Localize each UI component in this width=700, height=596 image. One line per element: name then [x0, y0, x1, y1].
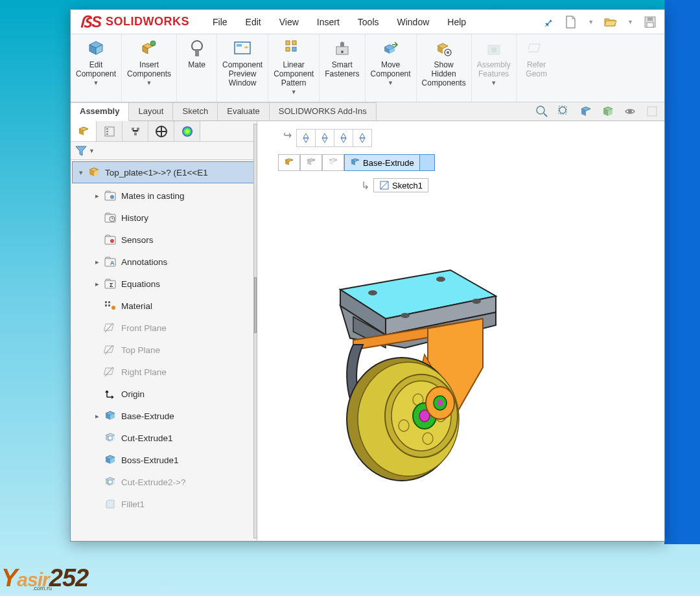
hide-show-icon[interactable]	[645, 104, 659, 119]
menu-insert[interactable]: Insert	[317, 17, 340, 27]
tree-item[interactable]: Boss-Extrude1	[71, 449, 257, 471]
tree-item[interactable]: ▸ΣEquations	[71, 273, 257, 295]
tree-item[interactable]: Right Plane	[71, 361, 257, 383]
crumb-subassembly[interactable]	[300, 154, 322, 171]
svg-rect-45	[108, 304, 110, 306]
graphics-viewport[interactable]: ↪ Base-Extrude ↳ Sket	[257, 121, 664, 541]
tree-item[interactable]: ▸AAnnotations	[71, 251, 257, 273]
open-icon[interactable]	[604, 16, 617, 29]
smart-fasteners-icon	[332, 38, 353, 59]
orientation-btn-2[interactable]	[315, 129, 334, 147]
orientation-btn-1[interactable]	[296, 129, 316, 147]
tree-item[interactable]: ▸Base-Extrude	[71, 405, 257, 427]
menu-edit[interactable]: Edit	[246, 17, 261, 27]
tree-item-label: Cut-Extrude1	[121, 433, 173, 443]
ribbon-reference-geom[interactable]: Refer Geom	[517, 34, 557, 102]
tab-addins[interactable]: SOLIDWORKS Add-Ins	[270, 102, 377, 120]
ribbon-show-hidden[interactable]: Show Hidden Components	[417, 34, 472, 102]
configuration-tab[interactable]	[122, 121, 148, 141]
property-manager-tab[interactable]	[97, 121, 122, 141]
menu-window[interactable]: Window	[397, 17, 430, 27]
zoom-fit-icon[interactable]	[535, 104, 549, 119]
dropdown-indicator: ▼	[93, 80, 99, 86]
tree-item-icon: Σ	[103, 277, 117, 291]
expand-arrow-icon[interactable]: ↪	[283, 129, 292, 147]
ribbon-edit-component[interactable]: Edit Component ▼	[71, 34, 122, 102]
svg-point-69	[438, 400, 443, 406]
orientation-btn-4[interactable]	[353, 129, 372, 147]
logo-ds-prefix: ẞS	[80, 13, 102, 31]
feature-tree-tab[interactable]	[71, 121, 97, 141]
crumb-face[interactable]	[419, 154, 435, 171]
svg-rect-24	[106, 128, 108, 130]
tree-item[interactable]: Front Plane	[71, 317, 257, 339]
tab-assembly[interactable]: Assembly	[71, 102, 129, 121]
tab-layout[interactable]: Layout	[129, 102, 173, 120]
tab-sketch[interactable]: Sketch	[173, 102, 218, 120]
tree-root-node[interactable]: ▾ Top_plate<1>->? (E1<<E1	[72, 161, 255, 183]
ribbon-component-preview[interactable]: Component Preview Window	[217, 34, 268, 102]
sketch-chip[interactable]: Sketch1	[373, 178, 428, 192]
ribbon-mate[interactable]: Mate	[177, 34, 217, 102]
zoom-area-icon[interactable]	[557, 104, 571, 119]
view-orientation-icon[interactable]	[601, 104, 615, 119]
tree-item-icon	[103, 475, 117, 489]
tree-item[interactable]: Cut-Extrude1	[71, 427, 257, 449]
tree-item[interactable]: Top Plane	[71, 339, 257, 361]
expand-icon[interactable]: ▸	[93, 258, 102, 266]
section-view-icon[interactable]	[579, 104, 593, 119]
scroll-thumb[interactable]	[254, 277, 257, 333]
tree-item[interactable]: Material	[71, 295, 257, 317]
svg-rect-43	[108, 301, 110, 303]
ribbon-linear-pattern[interactable]: Linear Component Pattern ▼	[268, 34, 320, 102]
expand-icon[interactable]: ▸	[93, 280, 102, 288]
menu-file[interactable]: File	[213, 17, 228, 27]
svg-rect-9	[286, 47, 290, 51]
app-window: ẞS SOLIDWORKS File Edit View Insert Tool…	[70, 9, 665, 542]
logo-text: SOLIDWORKS	[106, 15, 189, 29]
expand-icon[interactable]: ▸	[93, 192, 102, 200]
main-menu: File Edit View Insert Tools Window Help	[213, 17, 466, 27]
ribbon-move-component[interactable]: Move Component ▼	[366, 34, 417, 102]
tree-item[interactable]: Origin	[71, 383, 257, 405]
crumb-feature[interactable]: Base-Extrude	[344, 154, 420, 171]
tab-evaluate[interactable]: Evaluate	[218, 102, 270, 120]
ribbon-insert-components[interactable]: Insert Components ▼	[122, 34, 177, 102]
ribbon-assembly-features[interactable]: Assembly Features ▼	[472, 34, 517, 102]
svg-rect-6	[237, 44, 242, 47]
save-icon[interactable]	[644, 16, 657, 29]
display-style-icon[interactable]	[623, 104, 637, 119]
dropdown-indicator: ▼	[388, 80, 393, 86]
expand-icon[interactable]: ▸	[93, 412, 102, 420]
render-tab[interactable]	[174, 121, 200, 141]
dropdown-indicator: ▼	[491, 80, 496, 86]
filter-dropdown[interactable]: ▼	[89, 148, 95, 154]
component-preview-icon	[232, 38, 253, 59]
collapse-icon[interactable]: ▾	[76, 168, 86, 177]
menu-tools[interactable]: Tools	[358, 17, 379, 27]
menu-view[interactable]: View	[279, 17, 299, 27]
tree-item[interactable]: ▸Mates in casting	[71, 185, 257, 207]
insert-components-icon	[139, 38, 159, 59]
filter-icon[interactable]	[75, 145, 88, 157]
orientation-btn-3[interactable]	[334, 129, 353, 147]
tree-item[interactable]: Sensors	[71, 229, 257, 251]
tree-item[interactable]: Cut-Extrude2->?	[71, 471, 257, 493]
crumb-assembly[interactable]	[278, 154, 300, 171]
show-hidden-icon	[434, 38, 454, 59]
new-file-icon[interactable]	[565, 16, 578, 29]
tree-item-icon	[103, 453, 117, 467]
reference-geom-icon	[526, 38, 547, 59]
panel-scrollbar[interactable]	[253, 124, 257, 538]
crumb-part[interactable]	[322, 154, 344, 171]
tree-item[interactable]: Fillet1	[71, 493, 257, 515]
part-icon	[87, 165, 101, 179]
move-component-icon	[380, 38, 401, 59]
ribbon-smart-fasteners[interactable]: Smart Fasteners	[320, 34, 365, 102]
pin-icon[interactable]	[541, 16, 554, 29]
menu-help[interactable]: Help	[447, 17, 466, 27]
tree-item-label: Equations	[121, 279, 160, 289]
svg-rect-25	[106, 131, 108, 132]
tree-item[interactable]: History	[71, 207, 257, 229]
dimxpert-tab[interactable]	[148, 121, 174, 141]
